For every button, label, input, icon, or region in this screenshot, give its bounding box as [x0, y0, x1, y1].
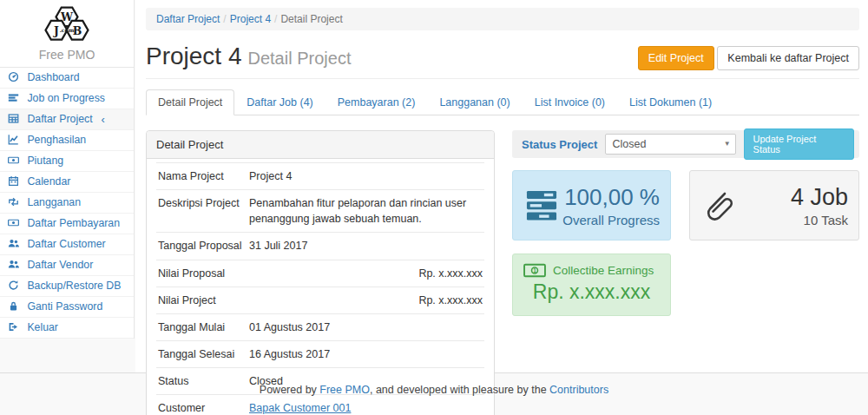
sidebar-item-label: Penghasilan [27, 134, 86, 146]
sidebar-item-backup-restore-db[interactable]: Backup/Restore DB [0, 276, 134, 297]
breadcrumb-daftar-project[interactable]: Daftar Project [156, 13, 220, 25]
sidebar-item-label: Backup/Restore DB [27, 280, 121, 292]
sidebar-item-piutang[interactable]: Piutang [0, 151, 134, 172]
sidebar-item-langganan[interactable]: Langganan [0, 193, 134, 214]
tab-list-invoice[interactable]: List Invoice (0) [523, 89, 617, 115]
page-subtitle: Detail Project [248, 49, 352, 68]
paperclip-icon [700, 188, 735, 224]
free-pmo-link[interactable]: Free PMO [319, 384, 370, 396]
sidebar-item-daftar-project[interactable]: Daftar Project ‹ [0, 109, 134, 130]
sidebar-menu: Dashboard Job on Progress 10 Daftar Proj… [0, 68, 134, 339]
page: W J B .com Free PMO Dashboard Job on Pro… [0, 0, 868, 415]
row-label: Tanggal Proposal [156, 233, 247, 260]
sidebar-item-dashboard[interactable]: Dashboard [0, 68, 134, 89]
contributors-link[interactable]: Contributors [549, 384, 608, 396]
jobs-value: 4 Job [735, 184, 848, 211]
row-value: Project 4 [247, 163, 484, 190]
sidebar-item-label: Ganti Password [27, 300, 102, 313]
breadcrumb-current: Detail Project [280, 13, 342, 25]
lock-icon [8, 300, 20, 312]
update-project-status-button[interactable]: Update Project Status [744, 128, 854, 160]
tab-pembayaran[interactable]: Pembayaran (2) [326, 89, 428, 115]
progress-label: Overall Progress [560, 213, 660, 227]
tab-list-dokumen[interactable]: List Dokumen (1) [617, 89, 724, 115]
tab-detail-project[interactable]: Detail Project [146, 89, 234, 115]
sidebar-item-daftar-vendor[interactable]: Daftar Vendor [0, 255, 134, 276]
sidebar: W J B .com Free PMO Dashboard Job on Pro… [0, 0, 135, 339]
breadcrumb-separator: / [271, 13, 280, 25]
sidebar-item-ganti-password[interactable]: Ganti Password [0, 297, 134, 318]
money-icon [8, 217, 20, 228]
row-value: Rp. x.xxx.xxx [247, 260, 484, 287]
row-value: 16 Agustus 2017 [247, 340, 484, 367]
sidebar-item-label: Daftar Customer [27, 238, 105, 250]
status-project-label: Status Project [522, 138, 597, 151]
row-value: 01 Agustus 2017 [247, 313, 484, 340]
users-icon [8, 259, 20, 270]
chevron-down-icon: ▼ [724, 135, 731, 154]
row-value: Rp. x.xxx.xxx [247, 287, 484, 313]
breadcrumb-project-4[interactable]: Project 4 [230, 13, 271, 25]
footer-text: , and developed with pleasure by the [370, 384, 549, 396]
line-chart-icon [8, 134, 20, 145]
tab-daftar-job[interactable]: Daftar Job (4) [234, 89, 325, 115]
jobs-text: 4 Job 10 Task [735, 184, 848, 227]
panel-title: Detail Project [147, 131, 494, 159]
sidebar-item-label: Daftar Pembayaran [27, 217, 120, 229]
earnings-value: Rp. x.xxx.xxx [523, 280, 660, 304]
jobs-box: 4 Job 10 Task [689, 170, 859, 240]
money-icon [8, 155, 20, 166]
status-select[interactable]: Closed ▼ [605, 134, 735, 155]
edit-project-button[interactable]: Edit Project [638, 46, 714, 70]
main-content: Daftar Project/Project 4/Detail Project … [135, 0, 868, 372]
sidebar-item-daftar-pembayaran[interactable]: Daftar Pembayaran [0, 214, 134, 234]
status-project-bar: Status Project Closed ▼ Update Project S… [512, 130, 859, 158]
tasks-count: 10 Task [735, 213, 848, 227]
dashboard-icon [8, 71, 20, 82]
row-label: Nilai Project [156, 287, 247, 313]
progress-text: 100,00 % Overall Progress [560, 184, 660, 227]
table-icon [8, 113, 20, 124]
table-row: Nilai ProjectRp. x.xxx.xxx [156, 287, 484, 313]
back-to-project-list-button[interactable]: Kembali ke daftar Project [717, 46, 859, 70]
table-row: Nama ProjectProject 4 [156, 163, 484, 190]
right-column: Status Project Closed ▼ Update Project S… [512, 130, 859, 415]
table-row: Tanggal Mulai01 Agustus 2017 [156, 313, 484, 340]
refresh-icon [8, 280, 20, 291]
table-row: Deskripsi ProjectPenambahan fitur pelapo… [156, 190, 484, 233]
row-label: Nilai Proposal [156, 260, 247, 287]
row-value: Penambahan fitur pelaporan dan rincian u… [247, 190, 484, 233]
sidebar-item-label: Dashboard [27, 71, 79, 83]
calendar-icon [8, 175, 20, 187]
collectible-earnings-box: 1 Collectibe Earnings Rp. x.xxx.xxx [512, 254, 671, 316]
breadcrumb: Daftar Project/Project 4/Detail Project [146, 8, 859, 30]
chevron-left-icon: ‹ [102, 109, 105, 129]
tab-langganan[interactable]: Langganan (0) [427, 89, 522, 115]
sidebar-item-label: Daftar Vendor [27, 259, 93, 271]
sidebar-item-label: Langganan [27, 196, 81, 208]
sidebar-item-keluar[interactable]: Keluar [0, 318, 134, 339]
sidebar-item-daftar-customer[interactable]: Daftar Customer [0, 234, 134, 255]
customer-link[interactable]: Bapak Customer 001 [249, 402, 351, 414]
svg-text:.com: .com [60, 27, 75, 33]
sidebar-item-label: Keluar [27, 321, 58, 333]
sidebar-item-label: Job on Progress [27, 92, 105, 104]
row-label: Status [156, 368, 247, 395]
project-tabs: Detail ProjectDaftar Job (4)Pembayaran (… [146, 89, 859, 115]
sidebar-item-job-on-progress[interactable]: Job on Progress 10 [0, 89, 134, 109]
svg-text:1: 1 [533, 267, 536, 273]
header-buttons: Edit Project Kembali ke daftar Project [638, 46, 859, 70]
svg-text:W: W [60, 10, 74, 23]
status-select-value: Closed [612, 138, 646, 150]
info-boxes-row: 100,00 % Overall Progress 4 Job 10 Task [512, 170, 859, 240]
app-name: Free PMO [0, 48, 134, 62]
sidebar-item-calendar[interactable]: Calendar [0, 172, 134, 193]
sidebar-item-label: Calendar [27, 175, 70, 188]
page-header: Project 4Detail Project Edit Project Kem… [146, 43, 859, 79]
row-value: 31 Juli 2017 [247, 233, 484, 260]
breadcrumb-separator: / [220, 13, 229, 25]
svg-text:J: J [53, 24, 59, 37]
sidebar-item-penghasilan[interactable]: Penghasilan [0, 130, 134, 151]
overall-progress-box: 100,00 % Overall Progress [512, 170, 671, 240]
panel-body: Nama ProjectProject 4 Deskripsi ProjectP… [147, 159, 494, 415]
